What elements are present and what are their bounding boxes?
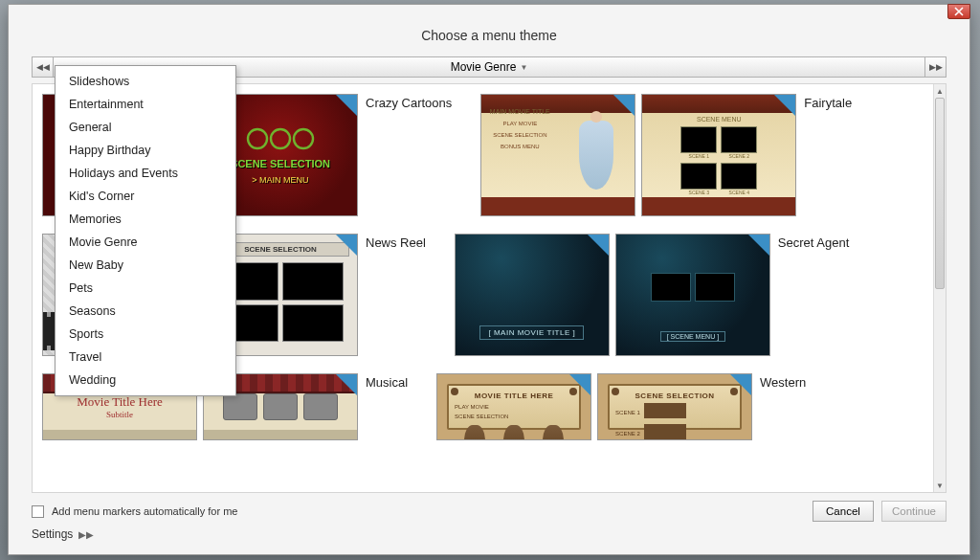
category-dropdown-item[interactable]: General	[56, 116, 235, 139]
category-dropdown-item[interactable]: Sports	[56, 323, 235, 346]
preview-text: [ SCENE MENU ]	[660, 331, 725, 342]
preview-badge-icon	[336, 95, 357, 116]
preview-text: SCENE SELECTION	[615, 392, 734, 400]
category-dropdown-item[interactable]: Travel	[56, 346, 235, 369]
theme-thumb-main[interactable]: MOVIE TITLE HERE PLAY MOVIE SCENE SELECT…	[436, 373, 591, 440]
settings-toggle[interactable]: Settings ▶▶	[9, 527, 969, 554]
category-dropdown-item[interactable]: Movie Genre	[56, 231, 235, 254]
theme-thumb-scene[interactable]: SCENE MENU SCENE 1 SCENE 2 SCENE 3 SCENE…	[641, 94, 796, 216]
category-dropdown-item[interactable]: Slideshows	[56, 70, 235, 93]
category-dropdown-item[interactable]: Happy Birthday	[56, 139, 235, 162]
theme-label: Western	[760, 375, 806, 390]
theme-cell: MOVIE TITLE HERE PLAY MOVIE SCENE SELECT…	[436, 373, 806, 440]
close-icon	[954, 7, 964, 16]
preview-text: MAIN MOVIE TITLE	[490, 108, 550, 115]
category-next-button[interactable]: ▶▶	[924, 57, 946, 77]
theme-label: Secret Agent	[778, 235, 849, 250]
preview-badge-icon	[774, 95, 795, 116]
theme-label: Fairytale	[804, 96, 852, 110]
preview-badge-icon	[336, 374, 357, 395]
preview-badge-icon	[613, 95, 635, 116]
preview-badge-icon	[588, 235, 609, 256]
auto-markers-checkbox[interactable]	[32, 505, 44, 518]
button-label: Continue	[892, 505, 936, 517]
footer: Add menu markers automatically for me Ca…	[9, 493, 969, 527]
category-selected-label: Movie Genre	[451, 60, 517, 74]
theme-thumb-main[interactable]: MAIN MOVIE TITLE PLAY MOVIE SCENE SELECT…	[480, 94, 635, 216]
category-dropdown-item[interactable]: Seasons	[56, 300, 235, 323]
scroll-track[interactable]	[934, 98, 946, 479]
scroll-thumb[interactable]	[935, 98, 945, 289]
preview-text: BONUS MENU	[501, 144, 540, 149]
theme-label: Musical	[366, 375, 408, 390]
close-button[interactable]	[947, 4, 970, 19]
theme-thumb-main[interactable]: [ MAIN MOVIE TITLE ]	[455, 234, 610, 356]
category-dropdown: SlideshowsEntertainmentGeneralHappy Birt…	[55, 65, 236, 396]
preview-text: Subtitle	[106, 410, 133, 419]
category-dropdown-item[interactable]: Kid's Corner	[56, 185, 235, 208]
theme-label: News Reel	[366, 235, 426, 250]
theme-thumb-scene[interactable]: SCENE SELECTION SCENE 1 SCENE 2	[597, 373, 752, 440]
preview-text: SCENE 3	[680, 190, 717, 195]
princess-icon	[579, 121, 613, 190]
button-label: Cancel	[826, 505, 860, 517]
theme-thumb-scene[interactable]: [ SCENE MENU ]	[615, 234, 770, 356]
auto-markers-label: Add menu markers automatically for me	[52, 505, 237, 517]
preview-text: SCENE 2	[721, 153, 757, 159]
dialog-title: Choose a menu theme	[9, 5, 969, 56]
preview-text: SCENE SELECTION	[493, 132, 546, 138]
category-dropdown-item[interactable]: Pets	[56, 277, 235, 300]
preview-text: SCENE SELECTION	[231, 158, 330, 169]
preview-badge-icon	[730, 374, 751, 395]
preview-text: PLAY MOVIE	[502, 121, 537, 126]
preview-text: SCENE 1	[680, 153, 717, 159]
preview-text: [ MAIN MOVIE TITLE ]	[479, 325, 584, 340]
preview-badge-icon	[336, 235, 357, 256]
preview-text: Movie Title Here	[77, 394, 163, 410]
chevron-left-double-icon: ◀◀	[36, 62, 50, 72]
continue-button[interactable]: Continue	[881, 501, 947, 522]
theme-cell: [ MAIN MOVIE TITLE ] [ SCENE MENU ] Secr…	[455, 234, 849, 356]
theme-cell: MAIN MOVIE TITLE PLAY MOVIE SCENE SELECT…	[480, 94, 852, 216]
preview-text: SCENE 1	[615, 410, 640, 415]
horse-icon	[464, 425, 485, 440]
preview-badge-icon	[748, 235, 769, 256]
chevron-right-double-icon: ▶▶	[78, 529, 94, 540]
preview-text: MOVIE TITLE HERE	[455, 392, 573, 400]
chevron-down-icon: ▼	[520, 63, 527, 72]
chevron-right-double-icon: ▶▶	[929, 62, 943, 72]
category-dropdown-item[interactable]: Wedding	[56, 369, 235, 392]
horse-icon	[503, 425, 524, 440]
preview-badge-icon	[569, 374, 590, 395]
category-dropdown-item[interactable]: Memories	[56, 208, 235, 231]
preview-text: SCENE SELECTION	[455, 414, 573, 419]
preview-text: > MAIN MENU	[252, 175, 308, 185]
category-dropdown-item[interactable]: New Baby	[56, 254, 235, 277]
category-prev-button[interactable]: ◀◀	[33, 57, 54, 77]
theme-dialog: Choose a menu theme ◀◀ Movie Genre ▼ ▶▶	[8, 4, 970, 555]
cancel-button[interactable]: Cancel	[813, 501, 874, 522]
scroll-up-button[interactable]: ▲	[934, 84, 946, 98]
category-dropdown-item[interactable]: Holidays and Events	[56, 162, 235, 185]
horse-icon	[543, 425, 564, 440]
scrollbar[interactable]: ▲ ▼	[933, 84, 946, 492]
preview-text: PLAY MOVIE	[455, 404, 573, 410]
category-dropdown-item[interactable]: Entertainment	[56, 93, 235, 116]
preview-text: SCENE MENU	[697, 116, 742, 123]
preview-text: SCENE 2	[615, 431, 640, 437]
scroll-down-button[interactable]: ▼	[934, 479, 946, 492]
preview-text: SCENE 4	[721, 190, 757, 195]
settings-label: Settings	[32, 527, 73, 541]
theme-label: Crazy Cartoons	[366, 96, 452, 110]
